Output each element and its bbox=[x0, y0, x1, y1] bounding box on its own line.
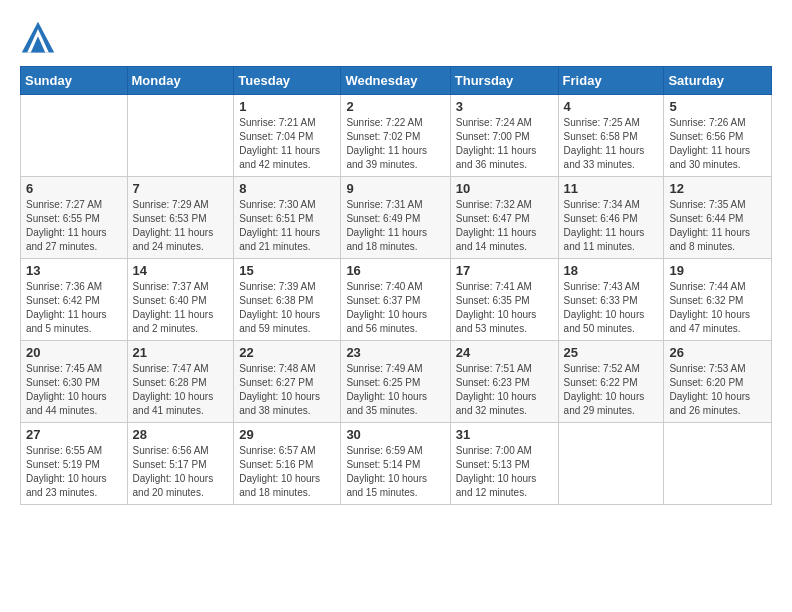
day-number: 27 bbox=[26, 427, 122, 442]
day-number: 5 bbox=[669, 99, 766, 114]
day-info: Sunrise: 7:41 AM Sunset: 6:35 PM Dayligh… bbox=[456, 280, 553, 336]
day-number: 28 bbox=[133, 427, 229, 442]
calendar-cell: 24Sunrise: 7:51 AM Sunset: 6:23 PM Dayli… bbox=[450, 341, 558, 423]
calendar-week-1: 1Sunrise: 7:21 AM Sunset: 7:04 PM Daylig… bbox=[21, 95, 772, 177]
day-number: 15 bbox=[239, 263, 335, 278]
day-number: 11 bbox=[564, 181, 659, 196]
day-number: 9 bbox=[346, 181, 444, 196]
day-info: Sunrise: 7:47 AM Sunset: 6:28 PM Dayligh… bbox=[133, 362, 229, 418]
calendar-cell: 31Sunrise: 7:00 AM Sunset: 5:13 PM Dayli… bbox=[450, 423, 558, 505]
day-info: Sunrise: 7:37 AM Sunset: 6:40 PM Dayligh… bbox=[133, 280, 229, 336]
day-number: 6 bbox=[26, 181, 122, 196]
logo bbox=[20, 20, 60, 56]
day-number: 24 bbox=[456, 345, 553, 360]
day-number: 22 bbox=[239, 345, 335, 360]
day-info: Sunrise: 7:40 AM Sunset: 6:37 PM Dayligh… bbox=[346, 280, 444, 336]
day-number: 4 bbox=[564, 99, 659, 114]
day-number: 23 bbox=[346, 345, 444, 360]
calendar-cell: 17Sunrise: 7:41 AM Sunset: 6:35 PM Dayli… bbox=[450, 259, 558, 341]
day-info: Sunrise: 7:52 AM Sunset: 6:22 PM Dayligh… bbox=[564, 362, 659, 418]
day-number: 12 bbox=[669, 181, 766, 196]
day-number: 2 bbox=[346, 99, 444, 114]
day-info: Sunrise: 6:55 AM Sunset: 5:19 PM Dayligh… bbox=[26, 444, 122, 500]
day-info: Sunrise: 6:59 AM Sunset: 5:14 PM Dayligh… bbox=[346, 444, 444, 500]
weekday-header-monday: Monday bbox=[127, 67, 234, 95]
weekday-header-thursday: Thursday bbox=[450, 67, 558, 95]
calendar-cell: 11Sunrise: 7:34 AM Sunset: 6:46 PM Dayli… bbox=[558, 177, 664, 259]
day-info: Sunrise: 7:44 AM Sunset: 6:32 PM Dayligh… bbox=[669, 280, 766, 336]
day-number: 19 bbox=[669, 263, 766, 278]
day-info: Sunrise: 7:22 AM Sunset: 7:02 PM Dayligh… bbox=[346, 116, 444, 172]
calendar-cell: 30Sunrise: 6:59 AM Sunset: 5:14 PM Dayli… bbox=[341, 423, 450, 505]
day-info: Sunrise: 7:24 AM Sunset: 7:00 PM Dayligh… bbox=[456, 116, 553, 172]
calendar-header-row: SundayMondayTuesdayWednesdayThursdayFrid… bbox=[21, 67, 772, 95]
calendar-week-2: 6Sunrise: 7:27 AM Sunset: 6:55 PM Daylig… bbox=[21, 177, 772, 259]
calendar-table: SundayMondayTuesdayWednesdayThursdayFrid… bbox=[20, 66, 772, 505]
day-info: Sunrise: 7:29 AM Sunset: 6:53 PM Dayligh… bbox=[133, 198, 229, 254]
calendar-cell bbox=[558, 423, 664, 505]
day-info: Sunrise: 7:49 AM Sunset: 6:25 PM Dayligh… bbox=[346, 362, 444, 418]
day-number: 13 bbox=[26, 263, 122, 278]
day-info: Sunrise: 7:31 AM Sunset: 6:49 PM Dayligh… bbox=[346, 198, 444, 254]
day-info: Sunrise: 7:51 AM Sunset: 6:23 PM Dayligh… bbox=[456, 362, 553, 418]
calendar-week-5: 27Sunrise: 6:55 AM Sunset: 5:19 PM Dayli… bbox=[21, 423, 772, 505]
weekday-header-sunday: Sunday bbox=[21, 67, 128, 95]
calendar-week-4: 20Sunrise: 7:45 AM Sunset: 6:30 PM Dayli… bbox=[21, 341, 772, 423]
calendar-cell: 8Sunrise: 7:30 AM Sunset: 6:51 PM Daylig… bbox=[234, 177, 341, 259]
calendar-week-3: 13Sunrise: 7:36 AM Sunset: 6:42 PM Dayli… bbox=[21, 259, 772, 341]
day-info: Sunrise: 7:26 AM Sunset: 6:56 PM Dayligh… bbox=[669, 116, 766, 172]
day-info: Sunrise: 7:27 AM Sunset: 6:55 PM Dayligh… bbox=[26, 198, 122, 254]
day-number: 30 bbox=[346, 427, 444, 442]
day-number: 21 bbox=[133, 345, 229, 360]
calendar-cell: 18Sunrise: 7:43 AM Sunset: 6:33 PM Dayli… bbox=[558, 259, 664, 341]
calendar-cell: 20Sunrise: 7:45 AM Sunset: 6:30 PM Dayli… bbox=[21, 341, 128, 423]
calendar-cell: 9Sunrise: 7:31 AM Sunset: 6:49 PM Daylig… bbox=[341, 177, 450, 259]
calendar-cell: 23Sunrise: 7:49 AM Sunset: 6:25 PM Dayli… bbox=[341, 341, 450, 423]
day-number: 20 bbox=[26, 345, 122, 360]
day-info: Sunrise: 7:53 AM Sunset: 6:20 PM Dayligh… bbox=[669, 362, 766, 418]
day-info: Sunrise: 7:45 AM Sunset: 6:30 PM Dayligh… bbox=[26, 362, 122, 418]
calendar-cell: 21Sunrise: 7:47 AM Sunset: 6:28 PM Dayli… bbox=[127, 341, 234, 423]
calendar-cell: 27Sunrise: 6:55 AM Sunset: 5:19 PM Dayli… bbox=[21, 423, 128, 505]
calendar-cell: 14Sunrise: 7:37 AM Sunset: 6:40 PM Dayli… bbox=[127, 259, 234, 341]
day-number: 29 bbox=[239, 427, 335, 442]
day-info: Sunrise: 7:25 AM Sunset: 6:58 PM Dayligh… bbox=[564, 116, 659, 172]
page-header bbox=[20, 20, 772, 56]
calendar-cell: 1Sunrise: 7:21 AM Sunset: 7:04 PM Daylig… bbox=[234, 95, 341, 177]
calendar-cell: 26Sunrise: 7:53 AM Sunset: 6:20 PM Dayli… bbox=[664, 341, 772, 423]
day-number: 7 bbox=[133, 181, 229, 196]
calendar-cell: 16Sunrise: 7:40 AM Sunset: 6:37 PM Dayli… bbox=[341, 259, 450, 341]
day-info: Sunrise: 7:00 AM Sunset: 5:13 PM Dayligh… bbox=[456, 444, 553, 500]
day-info: Sunrise: 7:34 AM Sunset: 6:46 PM Dayligh… bbox=[564, 198, 659, 254]
calendar-cell: 12Sunrise: 7:35 AM Sunset: 6:44 PM Dayli… bbox=[664, 177, 772, 259]
day-info: Sunrise: 7:30 AM Sunset: 6:51 PM Dayligh… bbox=[239, 198, 335, 254]
calendar-cell: 19Sunrise: 7:44 AM Sunset: 6:32 PM Dayli… bbox=[664, 259, 772, 341]
day-info: Sunrise: 7:36 AM Sunset: 6:42 PM Dayligh… bbox=[26, 280, 122, 336]
day-number: 14 bbox=[133, 263, 229, 278]
calendar-cell: 29Sunrise: 6:57 AM Sunset: 5:16 PM Dayli… bbox=[234, 423, 341, 505]
calendar-cell: 2Sunrise: 7:22 AM Sunset: 7:02 PM Daylig… bbox=[341, 95, 450, 177]
calendar-cell: 6Sunrise: 7:27 AM Sunset: 6:55 PM Daylig… bbox=[21, 177, 128, 259]
day-info: Sunrise: 7:32 AM Sunset: 6:47 PM Dayligh… bbox=[456, 198, 553, 254]
calendar-cell: 5Sunrise: 7:26 AM Sunset: 6:56 PM Daylig… bbox=[664, 95, 772, 177]
day-number: 18 bbox=[564, 263, 659, 278]
calendar-cell: 13Sunrise: 7:36 AM Sunset: 6:42 PM Dayli… bbox=[21, 259, 128, 341]
day-info: Sunrise: 7:48 AM Sunset: 6:27 PM Dayligh… bbox=[239, 362, 335, 418]
calendar-cell: 22Sunrise: 7:48 AM Sunset: 6:27 PM Dayli… bbox=[234, 341, 341, 423]
day-info: Sunrise: 7:43 AM Sunset: 6:33 PM Dayligh… bbox=[564, 280, 659, 336]
calendar-cell: 7Sunrise: 7:29 AM Sunset: 6:53 PM Daylig… bbox=[127, 177, 234, 259]
day-number: 26 bbox=[669, 345, 766, 360]
calendar-cell bbox=[664, 423, 772, 505]
calendar-cell: 25Sunrise: 7:52 AM Sunset: 6:22 PM Dayli… bbox=[558, 341, 664, 423]
day-number: 1 bbox=[239, 99, 335, 114]
day-number: 3 bbox=[456, 99, 553, 114]
day-info: Sunrise: 7:39 AM Sunset: 6:38 PM Dayligh… bbox=[239, 280, 335, 336]
day-info: Sunrise: 7:21 AM Sunset: 7:04 PM Dayligh… bbox=[239, 116, 335, 172]
day-number: 17 bbox=[456, 263, 553, 278]
day-number: 10 bbox=[456, 181, 553, 196]
logo-icon bbox=[20, 20, 56, 56]
calendar-cell bbox=[21, 95, 128, 177]
weekday-header-tuesday: Tuesday bbox=[234, 67, 341, 95]
calendar-cell: 4Sunrise: 7:25 AM Sunset: 6:58 PM Daylig… bbox=[558, 95, 664, 177]
calendar-cell: 28Sunrise: 6:56 AM Sunset: 5:17 PM Dayli… bbox=[127, 423, 234, 505]
